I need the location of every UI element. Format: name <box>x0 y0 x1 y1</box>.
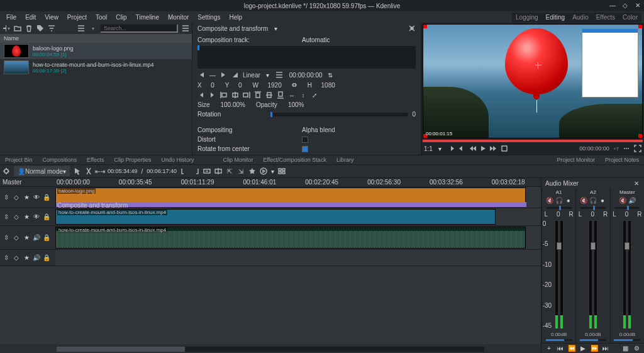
keyframe-menu-icon[interactable] <box>275 71 283 79</box>
skip-fwd-icon[interactable]: ⏭ <box>602 345 609 352</box>
search-input[interactable] <box>100 24 178 33</box>
menu-edit[interactable]: Edit <box>21 13 40 22</box>
play-icon[interactable] <box>479 145 487 152</box>
next-keyframe-icon[interactable] <box>220 71 228 79</box>
fav-track-icon[interactable]: ★ <box>23 254 30 262</box>
tab-effect-stack[interactable]: Effect/Composition Stack <box>258 155 331 164</box>
menu-timeline[interactable]: Timeline <box>132 13 163 22</box>
razor-tool-icon[interactable] <box>85 167 92 175</box>
fader-handle[interactable] <box>557 242 562 250</box>
menu-view[interactable]: View <box>41 13 62 22</box>
menu-project[interactable]: Project <box>64 13 91 22</box>
keyframe-type-icon[interactable] <box>231 71 239 79</box>
cursor-timecode[interactable]: 00:05:34:49 <box>108 168 138 174</box>
workspace-color[interactable]: Color <box>619 13 641 22</box>
db-value[interactable]: 0.00dB <box>585 332 601 337</box>
expand-icon[interactable]: ⇳ <box>3 254 10 262</box>
keyframe-timecode[interactable]: 00:00:00:00 <box>289 72 323 79</box>
mute-icon[interactable]: 👁 <box>33 194 40 201</box>
fader-handle[interactable] <box>625 242 630 250</box>
mute-icon[interactable]: 🔇 <box>580 196 587 204</box>
zone-in-icon[interactable] <box>180 167 188 175</box>
add-clip-button[interactable] <box>3 25 10 32</box>
timeline-hscroll[interactable] <box>57 347 484 352</box>
preview-render-icon[interactable] <box>260 167 267 175</box>
close-panel-icon[interactable]: ✕ <box>633 179 640 187</box>
menu-file[interactable]: File <box>3 13 20 22</box>
tab-project-notes[interactable]: Project Notes <box>600 155 644 164</box>
volume-slider[interactable] <box>614 339 640 341</box>
edit-mode-combo[interactable]: 👤 Normal mode ▾ <box>14 166 70 176</box>
master-label[interactable]: Master <box>0 178 55 186</box>
grid-icon[interactable]: ▦ <box>621 345 629 352</box>
expand-icon[interactable]: ⇳ <box>3 234 10 242</box>
target-icon[interactable]: ◇ <box>13 234 20 242</box>
expand-icon[interactable]: ⇳ <box>3 194 10 201</box>
lock-icon[interactable]: 🔒 <box>43 194 50 201</box>
monitor-viewport[interactable]: 00:00:01:15 <box>423 24 643 138</box>
go-end-icon[interactable] <box>209 91 216 99</box>
align-vcenter-icon[interactable] <box>265 91 273 99</box>
pan-slider[interactable] <box>580 207 606 209</box>
keyframe-timeline[interactable] <box>197 46 416 69</box>
tab-undo-history[interactable]: Undo History <box>156 155 199 164</box>
align-bottom-icon[interactable] <box>277 91 284 99</box>
fav-track-icon[interactable]: ★ <box>23 234 30 242</box>
folder-icon[interactable] <box>14 25 21 32</box>
expand-icon[interactable]: ⇳ <box>3 213 10 221</box>
clip-v2[interactable]: baloon-logo.png Composite and transform <box>55 188 526 207</box>
spacer-tool-icon[interactable]: ⇤⇥ <box>96 167 104 175</box>
mute-icon[interactable]: 🔊 <box>33 234 40 242</box>
monitor-timecode[interactable]: 00:00:00:00 <box>579 145 609 152</box>
solo-icon[interactable]: 🎧 <box>555 196 563 204</box>
pan-slider[interactable] <box>547 207 572 209</box>
view-mode-icon[interactable] <box>278 167 286 175</box>
overflow-icon[interactable] <box>623 145 630 152</box>
set-in-icon[interactable] <box>448 145 455 152</box>
mute-icon[interactable]: 🔇 <box>619 196 626 204</box>
volume-slider[interactable] <box>580 339 606 341</box>
x-value[interactable]: 0 <box>211 82 214 89</box>
tab-project-bin[interactable]: Project Bin <box>0 155 38 164</box>
workspace-audio[interactable]: Audio <box>569 13 592 22</box>
chevron-down-icon[interactable]: ▾ <box>272 25 279 32</box>
db-value[interactable]: 0.00dB <box>551 332 567 337</box>
close-icon[interactable]: ✕ <box>634 1 641 9</box>
extract-icon[interactable]: ⇲ <box>237 167 245 175</box>
chevron-down-icon[interactable]: ▾ <box>264 71 272 79</box>
go-start-icon[interactable] <box>197 91 205 99</box>
y-value[interactable]: 0 <box>238 82 242 89</box>
stepper-icon[interactable]: ⇅ <box>326 71 334 79</box>
solo-icon[interactable]: 🎧 <box>589 196 597 204</box>
distort-checkbox[interactable] <box>302 137 308 143</box>
rewind-icon[interactable] <box>469 145 477 152</box>
monitor-icon[interactable]: 🔊 <box>628 196 636 204</box>
rec-icon[interactable]: ● <box>599 196 606 204</box>
mute-icon[interactable]: 🔇 <box>546 196 553 204</box>
maximize-icon[interactable]: ◇ <box>621 1 629 9</box>
tag-icon[interactable] <box>36 25 44 32</box>
volume-slider[interactable] <box>546 339 572 341</box>
pan-slider[interactable] <box>614 207 640 209</box>
edit-mode-icon[interactable] <box>501 145 508 152</box>
opacity-value[interactable]: 100% <box>288 101 304 108</box>
add-keyframe-icon[interactable]: — <box>209 71 216 79</box>
add-icon[interactable]: + <box>545 345 553 352</box>
view-list-icon[interactable] <box>77 25 85 32</box>
bin-item[interactable]: how-to-create-mount-and-burn-isos-in-lin… <box>0 59 192 76</box>
menu-clip[interactable]: Clip <box>112 13 130 22</box>
tab-library[interactable]: Library <box>331 155 359 164</box>
timeline-ruler[interactable]: Master 00:00:00:00 00:00:35:45 00:01:11:… <box>0 178 541 187</box>
effect-settings-icon[interactable] <box>408 25 416 32</box>
workspace-effects[interactable]: Effects <box>592 13 619 22</box>
forward-icon[interactable]: ⏩ <box>591 345 598 352</box>
rotation-value[interactable]: 0 <box>412 111 416 118</box>
mute-icon[interactable]: 🔊 <box>33 254 40 262</box>
minimize-icon[interactable]: — <box>609 1 616 9</box>
handle-top-left[interactable] <box>423 25 427 28</box>
overwrite-icon[interactable] <box>203 167 211 175</box>
composition-strip[interactable]: Composite and transform <box>56 202 526 207</box>
rotate-center-checkbox[interactable] <box>302 146 308 152</box>
tab-effects[interactable]: Effects <box>82 155 109 164</box>
db-value[interactable]: 0.00dB <box>619 332 635 337</box>
